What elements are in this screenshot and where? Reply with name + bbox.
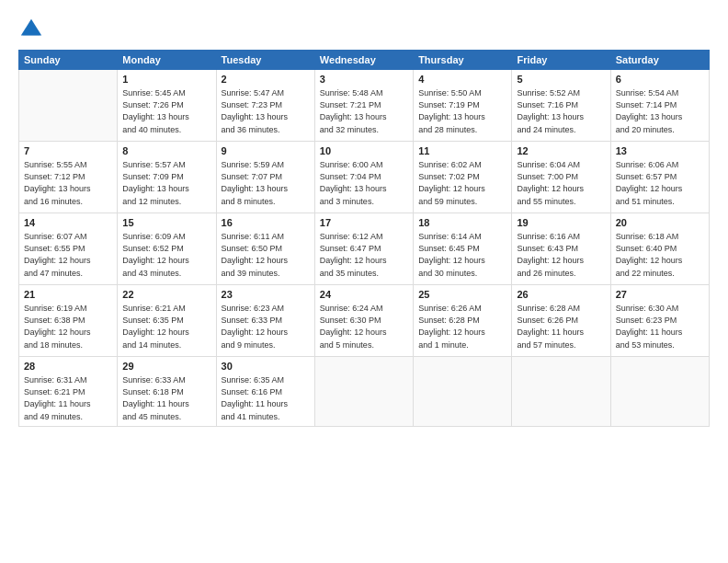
logo (18, 17, 48, 42)
calendar-cell: 30Sunrise: 6:35 AMSunset: 6:16 PMDayligh… (216, 357, 314, 427)
day-number: 30 (222, 360, 310, 373)
calendar-cell: 6Sunrise: 5:54 AMSunset: 7:14 PMDaylight… (610, 70, 709, 142)
page: SundayMondayTuesdayWednesdayThursdayFrid… (0, 0, 728, 563)
day-number: 17 (320, 216, 408, 230)
day-info: Sunrise: 6:30 AMSunset: 6:23 PMDaylight:… (616, 303, 704, 350)
day-number: 26 (517, 288, 605, 302)
day-info: Sunrise: 6:33 AMSunset: 6:18 PMDaylight:… (122, 374, 210, 422)
day-info: Sunrise: 6:24 AMSunset: 6:30 PMDaylight:… (320, 303, 408, 350)
calendar-cell: 4Sunrise: 5:50 AMSunset: 7:19 PMDaylight… (414, 70, 512, 142)
day-info: Sunrise: 6:21 AMSunset: 6:35 PMDaylight:… (122, 303, 210, 350)
calendar-cell: 27Sunrise: 6:30 AMSunset: 6:23 PMDayligh… (610, 285, 709, 357)
calendar-cell: 3Sunrise: 5:48 AMSunset: 7:21 PMDaylight… (314, 70, 413, 142)
weekday-header-wednesday: Wednesday (314, 51, 413, 70)
calendar-cell (414, 357, 512, 427)
calendar-cell: 1Sunrise: 5:45 AMSunset: 7:26 PMDaylight… (118, 70, 216, 142)
calendar-cell: 15Sunrise: 6:09 AMSunset: 6:52 PMDayligh… (118, 213, 216, 285)
day-info: Sunrise: 5:47 AMSunset: 7:23 PMDaylight:… (222, 87, 310, 135)
day-number: 23 (222, 288, 310, 302)
week-row-4: 21Sunrise: 6:19 AMSunset: 6:38 PMDayligh… (19, 285, 710, 357)
calendar-cell: 12Sunrise: 6:04 AMSunset: 7:00 PMDayligh… (512, 142, 610, 213)
day-number: 13 (616, 144, 704, 158)
day-number: 6 (616, 73, 704, 86)
day-info: Sunrise: 6:23 AMSunset: 6:33 PMDaylight:… (222, 303, 310, 350)
day-number: 22 (122, 288, 210, 302)
day-number: 12 (517, 144, 605, 158)
day-number: 24 (320, 288, 408, 302)
day-info: Sunrise: 5:48 AMSunset: 7:21 PMDaylight:… (320, 87, 408, 135)
day-info: Sunrise: 6:26 AMSunset: 6:28 PMDaylight:… (418, 303, 506, 350)
calendar-cell: 28Sunrise: 6:31 AMSunset: 6:21 PMDayligh… (19, 357, 118, 427)
day-info: Sunrise: 6:11 AMSunset: 6:50 PMDaylight:… (222, 231, 310, 279)
calendar-cell: 7Sunrise: 5:55 AMSunset: 7:12 PMDaylight… (19, 142, 118, 213)
calendar-cell (314, 357, 413, 427)
day-number: 2 (222, 73, 310, 86)
day-info: Sunrise: 6:19 AMSunset: 6:38 PMDaylight:… (24, 303, 112, 350)
calendar-cell: 20Sunrise: 6:18 AMSunset: 6:40 PMDayligh… (610, 213, 709, 285)
calendar-cell: 26Sunrise: 6:28 AMSunset: 6:26 PMDayligh… (512, 285, 610, 357)
day-number: 14 (24, 216, 112, 230)
calendar-cell: 29Sunrise: 6:33 AMSunset: 6:18 PMDayligh… (118, 357, 216, 427)
calendar-cell: 9Sunrise: 5:59 AMSunset: 7:07 PMDaylight… (216, 142, 314, 213)
day-number: 9 (222, 144, 310, 158)
day-info: Sunrise: 6:04 AMSunset: 7:00 PMDaylight:… (517, 159, 605, 207)
day-info: Sunrise: 5:57 AMSunset: 7:09 PMDaylight:… (122, 159, 210, 207)
day-info: Sunrise: 6:00 AMSunset: 7:04 PMDaylight:… (320, 159, 408, 207)
day-number: 27 (616, 288, 704, 302)
week-row-5: 28Sunrise: 6:31 AMSunset: 6:21 PMDayligh… (19, 357, 710, 427)
calendar-table: SundayMondayTuesdayWednesdayThursdayFrid… (18, 50, 710, 427)
day-info: Sunrise: 5:50 AMSunset: 7:19 PMDaylight:… (418, 87, 506, 135)
calendar-cell: 21Sunrise: 6:19 AMSunset: 6:38 PMDayligh… (19, 285, 118, 357)
calendar-cell: 22Sunrise: 6:21 AMSunset: 6:35 PMDayligh… (118, 285, 216, 357)
day-info: Sunrise: 6:18 AMSunset: 6:40 PMDaylight:… (616, 231, 704, 279)
calendar-cell: 16Sunrise: 6:11 AMSunset: 6:50 PMDayligh… (216, 213, 314, 285)
day-number: 28 (24, 360, 112, 373)
day-info: Sunrise: 5:45 AMSunset: 7:26 PMDaylight:… (122, 87, 210, 135)
day-number: 19 (517, 216, 605, 230)
calendar-cell: 5Sunrise: 5:52 AMSunset: 7:16 PMDaylight… (512, 70, 610, 142)
day-info: Sunrise: 6:35 AMSunset: 6:16 PMDaylight:… (222, 374, 310, 422)
calendar-cell: 25Sunrise: 6:26 AMSunset: 6:28 PMDayligh… (414, 285, 512, 357)
day-number: 5 (517, 73, 605, 86)
day-number: 11 (418, 144, 506, 158)
day-info: Sunrise: 6:12 AMSunset: 6:47 PMDaylight:… (320, 231, 408, 279)
day-info: Sunrise: 5:59 AMSunset: 7:07 PMDaylight:… (222, 159, 310, 207)
day-info: Sunrise: 6:31 AMSunset: 6:21 PMDaylight:… (24, 374, 112, 422)
calendar-cell: 18Sunrise: 6:14 AMSunset: 6:45 PMDayligh… (414, 213, 512, 285)
week-row-3: 14Sunrise: 6:07 AMSunset: 6:55 PMDayligh… (19, 213, 710, 285)
calendar-cell: 13Sunrise: 6:06 AMSunset: 6:57 PMDayligh… (610, 142, 709, 213)
day-number: 25 (418, 288, 506, 302)
calendar-cell: 10Sunrise: 6:00 AMSunset: 7:04 PMDayligh… (314, 142, 413, 213)
day-number: 21 (24, 288, 112, 302)
weekday-header-monday: Monday (118, 51, 216, 70)
day-number: 15 (122, 216, 210, 230)
day-info: Sunrise: 6:28 AMSunset: 6:26 PMDaylight:… (517, 303, 605, 350)
weekday-header-row: SundayMondayTuesdayWednesdayThursdayFrid… (19, 51, 710, 70)
day-info: Sunrise: 6:09 AMSunset: 6:52 PMDaylight:… (122, 231, 210, 279)
day-number: 10 (320, 144, 408, 158)
day-info: Sunrise: 6:07 AMSunset: 6:55 PMDaylight:… (24, 231, 112, 279)
day-info: Sunrise: 6:06 AMSunset: 6:57 PMDaylight:… (616, 159, 704, 207)
calendar-cell: 8Sunrise: 5:57 AMSunset: 7:09 PMDaylight… (118, 142, 216, 213)
weekday-header-friday: Friday (512, 51, 610, 70)
weekday-header-tuesday: Tuesday (216, 51, 314, 70)
day-number: 3 (320, 73, 408, 86)
calendar-cell: 19Sunrise: 6:16 AMSunset: 6:43 PMDayligh… (512, 213, 610, 285)
day-info: Sunrise: 5:52 AMSunset: 7:16 PMDaylight:… (517, 87, 605, 135)
week-row-1: 1Sunrise: 5:45 AMSunset: 7:26 PMDaylight… (19, 70, 710, 142)
day-info: Sunrise: 6:02 AMSunset: 7:02 PMDaylight:… (418, 159, 506, 207)
calendar-cell: 14Sunrise: 6:07 AMSunset: 6:55 PMDayligh… (19, 213, 118, 285)
day-info: Sunrise: 6:14 AMSunset: 6:45 PMDaylight:… (418, 231, 506, 279)
calendar-cell (512, 357, 610, 427)
calendar-cell: 11Sunrise: 6:02 AMSunset: 7:02 PMDayligh… (414, 142, 512, 213)
calendar-cell (19, 70, 118, 142)
day-number: 7 (24, 144, 112, 158)
day-info: Sunrise: 5:54 AMSunset: 7:14 PMDaylight:… (616, 87, 704, 135)
weekday-header-thursday: Thursday (414, 51, 512, 70)
header (18, 17, 710, 42)
day-info: Sunrise: 6:16 AMSunset: 6:43 PMDaylight:… (517, 231, 605, 279)
week-row-2: 7Sunrise: 5:55 AMSunset: 7:12 PMDaylight… (19, 142, 710, 213)
day-number: 29 (122, 360, 210, 373)
logo-icon (18, 17, 44, 42)
day-number: 1 (122, 73, 210, 86)
